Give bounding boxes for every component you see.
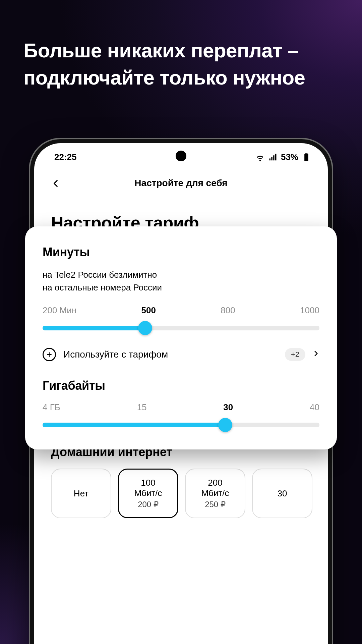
addon-label: Используйте с тарифом xyxy=(63,349,278,360)
minutes-subtitle: на Tele2 России безлимитно на остальные … xyxy=(43,269,319,294)
chevron-right-icon xyxy=(313,348,319,361)
status-battery-pct: 53% xyxy=(281,152,298,162)
minutes-slider-thumb[interactable] xyxy=(138,321,152,335)
minutes-title: Минуты xyxy=(43,245,319,259)
battery-icon xyxy=(302,153,311,162)
header-title: Настройте для себя xyxy=(134,178,227,189)
minutes-slider-fill xyxy=(43,326,145,330)
home-internet-options: Нет 100 Мбит/с 200 ₽ 200 Мбит/с 250 ₽ 30 xyxy=(51,469,311,518)
gb-tick: 40 xyxy=(310,402,319,413)
chevron-left-icon xyxy=(52,179,60,188)
wifi-icon xyxy=(255,153,265,162)
status-time: 22:25 xyxy=(54,152,77,162)
home-option-speed: Нет xyxy=(62,488,101,499)
gigabytes-slider-thumb[interactable] xyxy=(218,418,232,432)
gb-tick: 15 xyxy=(137,402,147,413)
minutes-sub-line1: на Tele2 России безлимитно xyxy=(43,269,319,281)
gigabytes-title: Гигабайты xyxy=(43,379,319,393)
minutes-tick: 500 xyxy=(141,305,156,316)
phone-camera xyxy=(176,151,186,161)
use-with-tariff-row[interactable]: + Используйте с тарифом +2 xyxy=(43,348,319,361)
plus-icon: + xyxy=(43,348,56,361)
below-card-area: Домашний интернет Нет 100 Мбит/с 200 ₽ 2… xyxy=(34,445,328,518)
home-option-price: 250 ₽ xyxy=(196,500,235,509)
minutes-tick: 1000 xyxy=(300,305,319,316)
minutes-slider[interactable] xyxy=(43,326,319,330)
signal-icon xyxy=(268,153,278,162)
home-option-speed: 100 Мбит/с xyxy=(129,478,167,498)
minutes-ticks: 200 Мин 500 800 1000 xyxy=(43,305,319,316)
home-option-price: 200 ₽ xyxy=(129,500,167,509)
gb-tick: 4 ГБ xyxy=(43,402,60,413)
gigabytes-section: Гигабайты 4 ГБ 15 30 40 xyxy=(43,379,319,427)
minutes-tick: 200 Мин xyxy=(43,305,76,316)
config-card: Минуты на Tele2 России безлимитно на ост… xyxy=(25,226,337,449)
app-header: Настройте для себя xyxy=(34,166,328,201)
home-option-none[interactable]: Нет xyxy=(51,469,111,518)
home-option-speed: 200 Мбит/с xyxy=(196,478,235,498)
minutes-tick: 800 xyxy=(221,305,235,316)
home-option-100[interactable]: 100 Мбит/с 200 ₽ xyxy=(118,469,178,518)
gigabytes-ticks: 4 ГБ 15 30 40 xyxy=(43,402,319,413)
gigabytes-slider[interactable] xyxy=(43,423,319,427)
gb-tick: 30 xyxy=(223,402,233,413)
addon-badge: +2 xyxy=(285,348,305,361)
home-option-30[interactable]: 30 xyxy=(252,469,312,518)
minutes-sub-line2: на остальные номера России xyxy=(43,281,319,294)
gigabytes-slider-fill xyxy=(43,423,225,427)
home-option-200[interactable]: 200 Мбит/с 250 ₽ xyxy=(185,469,245,518)
promo-headline: Больше никаких переплат – подключайте то… xyxy=(23,37,339,91)
status-right: 53% xyxy=(255,152,311,162)
back-button[interactable] xyxy=(48,174,64,193)
minutes-section: Минуты на Tele2 России безлимитно на ост… xyxy=(43,245,319,330)
home-option-speed: 30 xyxy=(263,488,302,499)
